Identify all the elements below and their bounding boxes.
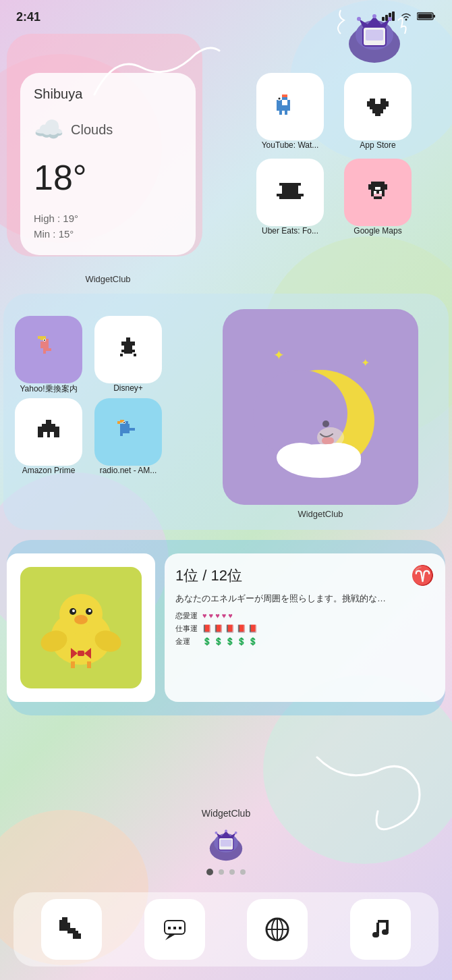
googlemaps-label: Google Maps (344, 226, 412, 236)
svg-rect-19 (277, 105, 290, 111)
svg-rect-102 (221, 840, 232, 846)
widgetclub-moon-label: WidgetClub (223, 509, 418, 519)
svg-rect-81 (123, 431, 130, 433)
svg-point-12 (357, 17, 361, 21)
svg-rect-29 (372, 109, 383, 113)
svg-rect-80 (120, 431, 123, 436)
svg-rect-82 (130, 428, 135, 431)
svg-rect-21 (285, 111, 287, 115)
fortune-image-outer (7, 553, 155, 702)
svg-rect-33 (277, 194, 304, 196)
app-yahoo[interactable]: Yahoo!乗換案内 (15, 316, 82, 395)
svg-rect-28 (370, 104, 386, 109)
weather-temp-value: 18° (34, 158, 87, 197)
app-amazon[interactable]: Amazon Prime (15, 398, 82, 475)
svg-rect-59 (134, 354, 136, 356)
widgetclub-bottom-label: WidgetClub (202, 808, 250, 819)
svg-rect-37 (385, 184, 387, 190)
svg-rect-39 (382, 194, 385, 196)
svg-point-69 (322, 420, 329, 427)
svg-rect-42 (379, 191, 382, 194)
weather-high: High : 19° (34, 211, 182, 227)
appstore-label: App Store (344, 140, 412, 150)
svg-point-87 (74, 615, 88, 624)
app-youtube[interactable]: YouTube: Wat... (256, 73, 324, 150)
widgetclub-mascot-bottom (202, 824, 250, 865)
amazon-icon (15, 398, 82, 466)
dock-music[interactable] (350, 899, 411, 960)
fortune-love-icons: ♥ ♥ ♥ ♥ ♥ (202, 611, 233, 620)
dock-safari[interactable] (247, 899, 308, 960)
yahoo-label: Yahoo!乗換案内 (15, 383, 82, 395)
weather-widget-label: WidgetClub (20, 274, 196, 284)
app-widgetclub-moon[interactable]: ✦ ✦ ✦ WidgetClub (223, 309, 418, 519)
weather-min: Min : 15° (34, 227, 182, 242)
svg-rect-46 (38, 336, 40, 339)
fortune-image-box (20, 567, 142, 688)
fortune-work-label: 仕事運 (175, 624, 200, 634)
fortune-sign: ♈ (411, 564, 434, 587)
svg-rect-53 (121, 342, 128, 346)
app-disney[interactable]: Disney+ (94, 316, 162, 393)
radio-label: radio.net - AM... (94, 466, 162, 475)
svg-rect-11 (366, 30, 383, 40)
svg-rect-38 (371, 194, 374, 196)
svg-rect-34 (279, 196, 301, 199)
svg-rect-57 (131, 350, 135, 352)
svg-rect-17 (282, 94, 287, 97)
svg-rect-48 (43, 348, 46, 354)
svg-rect-20 (279, 111, 282, 115)
radio-icon (94, 398, 162, 466)
dot-1 (206, 869, 213, 875)
fortune-description: あなたのエネルギーが周囲を照らします。挑戦的な… (175, 592, 434, 605)
weather-widget: Shibuya ☁️ Clouds 18° High : 19° Min : 1… (20, 73, 196, 255)
svg-point-13 (372, 14, 376, 18)
svg-rect-58 (120, 354, 123, 356)
svg-rect-75 (47, 432, 50, 437)
fortune-work-row: 仕事運 📕 📕 📕 📕 📕 (175, 624, 434, 634)
dot-3 (229, 869, 235, 875)
fortune-love-label: 恋愛運 (175, 611, 200, 621)
svg-rect-70 (322, 437, 334, 444)
app-radio[interactable]: radio.net - AM... (94, 398, 162, 475)
svg-rect-97 (71, 661, 75, 668)
svg-point-23 (279, 98, 281, 100)
page-dots (206, 869, 246, 875)
svg-text:✦: ✦ (361, 357, 370, 369)
svg-rect-41 (374, 191, 376, 194)
svg-rect-49 (46, 348, 51, 351)
disney-icon (94, 316, 162, 383)
app-googlemaps[interactable]: Google Maps (344, 159, 412, 236)
svg-point-14 (388, 17, 392, 21)
svg-point-104 (225, 829, 227, 832)
svg-rect-96 (78, 651, 84, 656)
svg-rect-15 (277, 100, 282, 105)
svg-rect-7 (418, 13, 432, 18)
ubereats-icon (256, 159, 324, 226)
svg-rect-126 (372, 932, 379, 937)
svg-rect-124 (386, 920, 389, 931)
fortune-money-icons: 💲 💲 💲 💲 💲 (202, 637, 258, 646)
cloud-icon: ☁️ (34, 115, 64, 144)
dock-phone[interactable] (41, 899, 102, 960)
svg-rect-30 (375, 113, 380, 116)
top-mascot (337, 7, 412, 67)
weather-condition: ☁️ Clouds (34, 115, 182, 144)
app-ubereats[interactable]: Uber Eats: Fo... (256, 159, 324, 236)
svg-rect-125 (376, 923, 379, 933)
svg-rect-36 (368, 184, 371, 190)
app-appstore[interactable]: App Store (344, 73, 412, 150)
svg-rect-78 (117, 421, 120, 424)
svg-rect-112 (78, 933, 81, 939)
dock-messages[interactable] (144, 899, 205, 960)
fortune-work-icons: 📕 📕 📕 📕 📕 (202, 624, 258, 633)
battery-icon (417, 11, 436, 23)
svg-text:✦: ✦ (273, 348, 285, 362)
moon-widget: ✦ ✦ ✦ (223, 309, 418, 505)
googlemaps-icon (344, 159, 412, 226)
dot-2 (219, 869, 224, 875)
fortune-rank: 1位 / 12位 ♈ (175, 564, 434, 587)
svg-rect-56 (121, 350, 125, 352)
dot-4 (240, 869, 246, 875)
youtube-label: YouTube: Wat... (256, 140, 324, 150)
